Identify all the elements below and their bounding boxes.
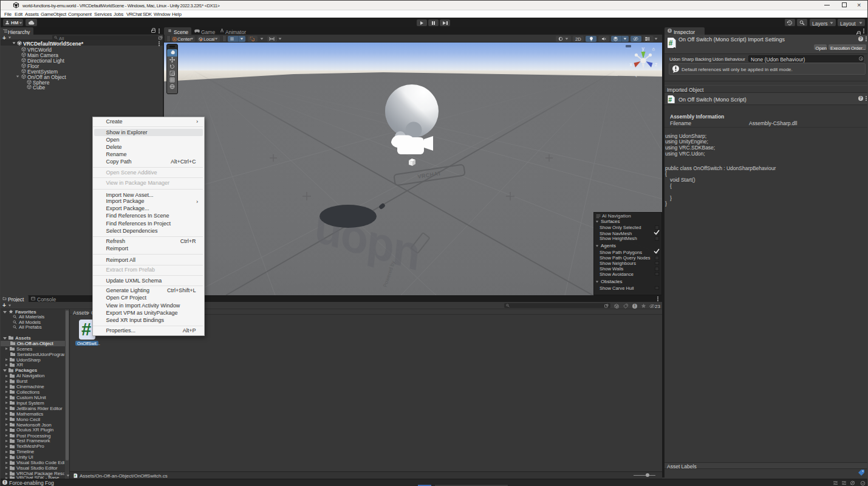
svg-text:z: z bbox=[655, 61, 657, 67]
svg-text:#: # bbox=[669, 39, 673, 47]
svg-text:y: y bbox=[642, 46, 645, 52]
svg-text:#: # bbox=[74, 474, 76, 477]
svg-text:x: x bbox=[630, 61, 633, 67]
svg-text:#: # bbox=[669, 97, 672, 103]
